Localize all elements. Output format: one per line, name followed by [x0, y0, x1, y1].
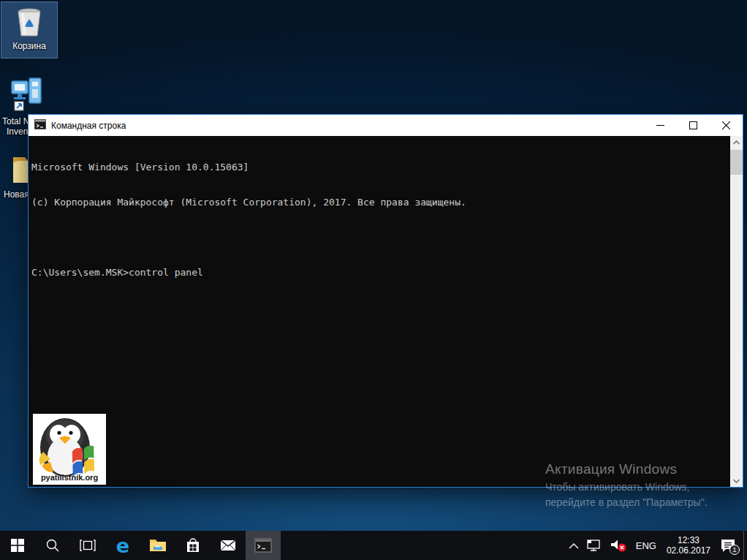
mail-button[interactable] [211, 531, 246, 560]
network-button[interactable] [583, 531, 606, 560]
chevron-up-icon [569, 542, 579, 549]
window-controls [644, 115, 743, 136]
recycle-bin-label: Корзина [1, 41, 57, 51]
windows-desktop: { "desktop": { "icons": { "recycle_bin":… [0, 0, 747, 560]
maximize-button[interactable] [677, 115, 710, 136]
volume-button[interactable] [606, 531, 631, 560]
clock[interactable]: 12:33 02.06.2017 [661, 535, 716, 556]
start-button[interactable] [0, 531, 35, 560]
close-button[interactable] [710, 115, 743, 136]
file-explorer-button[interactable] [140, 531, 175, 560]
language-indicator[interactable]: ENG [631, 531, 661, 560]
system-tray: ENG 12:33 02.06.2017 1 [565, 531, 747, 560]
windows-logo-icon [11, 539, 24, 552]
console-prompt-line: C:\Users\sem.MSK>control panel [31, 267, 730, 279]
scrollbar-thumb[interactable] [730, 150, 743, 175]
scroll-down-icon[interactable] [730, 474, 743, 487]
total-network-inventory-icon [1, 75, 56, 115]
show-hidden-icons-button[interactable] [565, 531, 583, 560]
console-line [31, 232, 730, 243]
console-area[interactable]: Microsoft Windows [Version 10.0.15063] (… [29, 136, 743, 487]
store-button[interactable] [175, 531, 211, 560]
console-output: Microsoft Windows [Version 10.0.15063] (… [29, 136, 730, 487]
edge-icon: e [116, 536, 129, 556]
logo-site-text: pyatilistnik.org [41, 473, 98, 482]
volume-muted-icon [610, 538, 627, 553]
show-desktop-button[interactable] [743, 531, 747, 560]
console-line: (c) Корпорация Майкрософт (Microsoft Cor… [31, 197, 730, 208]
cmd-taskbar-icon [254, 538, 272, 553]
close-icon [722, 121, 730, 129]
maximize-icon [689, 121, 697, 129]
command-prompt-taskbar-button[interactable] [246, 531, 281, 560]
store-icon [186, 537, 200, 553]
task-view-button[interactable] [70, 531, 105, 560]
edge-button[interactable]: e [105, 531, 140, 560]
command-prompt-window: Командная строка Microsoft Windows [Vers… [28, 114, 743, 488]
minimize-button[interactable] [644, 115, 677, 136]
console-line: Microsoft Windows [Version 10.0.15063] [31, 162, 730, 173]
notification-badge: 1 [729, 545, 740, 555]
file-explorer-icon [149, 538, 167, 553]
action-center-button[interactable]: 1 [716, 531, 743, 560]
pyatilistnik-logo: pyatilistnik.org [33, 414, 106, 485]
window-titlebar[interactable]: Командная строка [29, 115, 743, 136]
mail-icon [220, 540, 236, 551]
network-icon [586, 539, 602, 552]
scroll-up-icon[interactable] [730, 136, 743, 148]
task-view-icon [80, 540, 96, 551]
window-title: Командная строка [51, 121, 126, 131]
console-scrollbar[interactable] [730, 136, 743, 487]
taskbar: e [0, 531, 747, 560]
minimize-icon [656, 121, 664, 129]
recycle-bin-icon [1, 4, 57, 39]
search-icon [45, 538, 60, 553]
clock-date: 02.06.2017 [667, 545, 710, 556]
search-button[interactable] [35, 531, 70, 560]
cmd-icon [34, 119, 46, 132]
desktop-icon-recycle-bin[interactable]: Корзина [1, 2, 57, 58]
clock-time: 12:33 [678, 535, 699, 545]
